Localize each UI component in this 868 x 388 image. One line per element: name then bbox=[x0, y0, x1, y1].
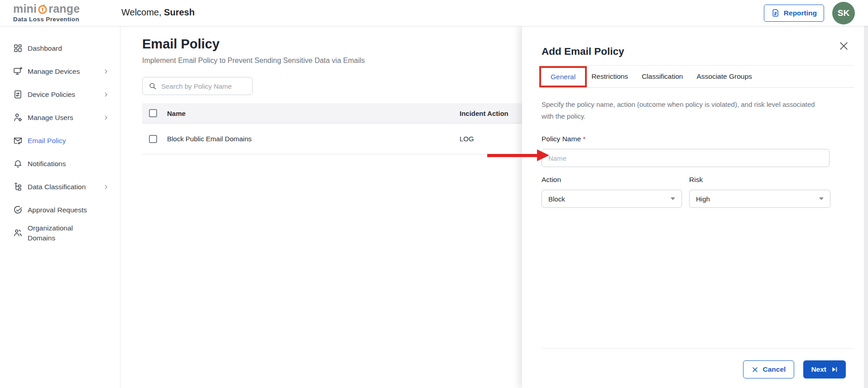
reporting-button-label: Reporting bbox=[784, 9, 817, 17]
app-header: mini range Data Loss Prevention Welcome,… bbox=[0, 0, 868, 26]
column-header-name: Name bbox=[167, 110, 460, 117]
sidebar-item-label: Manage Users bbox=[28, 113, 73, 123]
sidebar-item-device-policies[interactable]: Device Policies bbox=[0, 83, 120, 106]
reporting-button[interactable]: Reporting bbox=[764, 5, 824, 22]
sidebar-item-dashboard[interactable]: Dashboard bbox=[0, 37, 120, 60]
sidebar-nav: Dashboard Manage Devices Device Pol bbox=[0, 26, 120, 388]
chevron-right-icon bbox=[103, 68, 109, 75]
logo-text-suffix: range bbox=[48, 3, 80, 14]
search-input[interactable] bbox=[161, 82, 243, 90]
tab-description: Specify the policy name, action (outcome… bbox=[542, 99, 827, 122]
sidebar-item-label: Approval Requests bbox=[28, 205, 87, 215]
row-checkbox[interactable] bbox=[149, 135, 157, 143]
chevron-right-icon bbox=[103, 91, 109, 98]
drawer-tabs: General Restrictions Classification Asso… bbox=[542, 66, 854, 88]
product-name: Data Loss Prevention bbox=[13, 16, 104, 23]
sidebar-item-organizational-domains[interactable]: Organizational Domains bbox=[0, 221, 120, 244]
table-header-row: Name Incident Action bbox=[142, 103, 532, 124]
policy-document-icon bbox=[13, 90, 23, 99]
tab-associate-groups[interactable]: Associate Groups bbox=[696, 72, 752, 81]
action-label: Action bbox=[542, 176, 682, 184]
x-icon bbox=[752, 366, 758, 373]
required-asterisk: * bbox=[583, 135, 585, 143]
caret-down-icon bbox=[819, 197, 824, 200]
policy-search-box bbox=[142, 77, 253, 95]
bell-icon bbox=[13, 159, 23, 168]
report-document-icon bbox=[771, 9, 780, 17]
caret-down-icon bbox=[671, 197, 675, 200]
page-root: mini range Data Loss Prevention Welcome,… bbox=[0, 0, 868, 388]
chevron-right-icon bbox=[103, 184, 109, 190]
sidebar-item-label: Device Policies bbox=[28, 90, 75, 100]
sidebar-item-manage-users[interactable]: Manage Users bbox=[0, 106, 120, 129]
monitor-icon bbox=[13, 67, 23, 76]
tab-restrictions[interactable]: Restrictions bbox=[591, 72, 628, 81]
next-button-label: Next bbox=[811, 365, 826, 374]
sidebar-item-approval-requests[interactable]: Approval Requests bbox=[0, 198, 120, 221]
logo-text-prefix: mini bbox=[13, 3, 37, 14]
policy-name-input[interactable] bbox=[542, 149, 830, 167]
cancel-button-label: Cancel bbox=[763, 365, 786, 374]
classification-tree-icon bbox=[13, 182, 23, 192]
add-email-policy-drawer: Add Email Policy General Restrictions Cl… bbox=[522, 26, 868, 388]
sidebar-item-label: Email Policy bbox=[28, 136, 66, 146]
sidebar-item-manage-devices[interactable]: Manage Devices bbox=[0, 60, 120, 83]
risk-select-value: High bbox=[696, 195, 710, 203]
risk-select[interactable]: High bbox=[689, 190, 830, 208]
orange-lock-logo-icon bbox=[37, 4, 48, 14]
tab-classification[interactable]: Classification bbox=[642, 72, 683, 81]
dashboard-icon bbox=[13, 43, 23, 53]
sidebar-item-notifications[interactable]: Notifications bbox=[0, 152, 120, 175]
close-icon[interactable] bbox=[837, 39, 850, 52]
policy-name-cell: Block Public Email Domains bbox=[167, 135, 460, 143]
incident-action-cell: LOG bbox=[460, 135, 532, 143]
risk-label: Risk bbox=[689, 176, 830, 184]
magnifier-icon bbox=[149, 82, 157, 90]
action-select-value: Block bbox=[548, 195, 565, 203]
sidebar-item-label: Dashboard bbox=[28, 43, 62, 53]
user-avatar[interactable]: SK bbox=[832, 2, 855, 24]
people-icon bbox=[13, 228, 23, 238]
drawer-scrollbar[interactable] bbox=[864, 26, 868, 388]
avatar-initials: SK bbox=[838, 8, 849, 18]
welcome-username: Suresh bbox=[164, 7, 195, 17]
cancel-button[interactable]: Cancel bbox=[743, 360, 795, 378]
select-all-checkbox[interactable] bbox=[149, 109, 157, 117]
sidebar-item-label: Organizational Domains bbox=[28, 223, 87, 243]
sidebar-item-label: Notifications bbox=[28, 159, 66, 169]
check-circle-icon bbox=[13, 205, 23, 215]
sidebar-item-email-policy[interactable]: Email Policy bbox=[0, 129, 120, 152]
welcome-text: Welcome, Suresh bbox=[121, 7, 195, 18]
next-button[interactable]: Next bbox=[803, 360, 846, 378]
red-annotation-box: General bbox=[539, 66, 587, 87]
table-row[interactable]: Block Public Email Domains LOG bbox=[142, 124, 532, 154]
brand-logo: mini range Data Loss Prevention bbox=[13, 3, 104, 23]
drawer-title: Add Email Policy bbox=[542, 46, 854, 57]
skip-next-icon bbox=[831, 366, 838, 373]
sidebar-item-label: Manage Devices bbox=[28, 67, 80, 77]
sidebar-item-data-classification[interactable]: Data Classification bbox=[0, 175, 120, 198]
sidebar-item-label: Data Classification bbox=[28, 182, 86, 192]
policy-name-label: Policy Name * bbox=[542, 135, 854, 143]
envelope-check-icon bbox=[13, 136, 23, 145]
chevron-right-icon bbox=[103, 115, 109, 121]
action-select[interactable]: Block bbox=[542, 190, 682, 208]
user-gear-icon bbox=[13, 113, 23, 122]
drawer-footer: Cancel Next bbox=[542, 348, 854, 388]
policy-table: Name Incident Action Block Public Email … bbox=[142, 103, 532, 154]
tab-general[interactable]: General bbox=[551, 73, 575, 81]
column-header-incident-action: Incident Action bbox=[460, 110, 532, 117]
